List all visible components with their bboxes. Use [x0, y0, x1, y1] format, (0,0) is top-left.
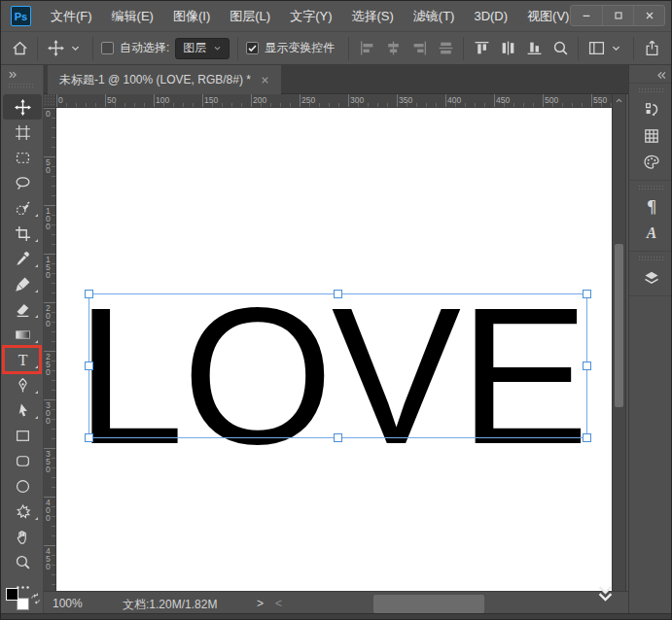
character-panel-icon[interactable]: A: [629, 220, 672, 246]
transform-handle-top-center[interactable]: [334, 290, 342, 298]
align-bottom-icon[interactable]: [524, 39, 544, 58]
transform-handle-top-right[interactable]: [583, 290, 591, 298]
swatches-icon[interactable]: [629, 122, 672, 149]
document-tab[interactable]: 未标题-1 @ 100% (LOVE, RGB/8#) *: [48, 65, 281, 94]
zoom-tool[interactable]: [3, 549, 42, 574]
window-bottom-edge: [1, 613, 671, 619]
ellipse-tool[interactable]: [3, 473, 42, 499]
type-tool[interactable]: T: [3, 347, 42, 372]
menu-item[interactable]: 图像(I): [163, 2, 220, 31]
maximize-icon[interactable]: [602, 6, 633, 25]
panel-gripper[interactable]: [638, 87, 664, 93]
menu-item[interactable]: 编辑(E): [102, 2, 163, 31]
move-tool[interactable]: [3, 94, 42, 120]
distribute-v-icon[interactable]: [436, 39, 455, 58]
transform-handle-middle-right[interactable]: [583, 362, 591, 370]
panel-group: [629, 87, 672, 181]
show-transform-checkbox[interactable]: [246, 42, 259, 54]
ruler-label: 1 5 0: [46, 254, 51, 279]
history-icon[interactable]: [629, 96, 672, 122]
transform-handle-bottom-left[interactable]: [85, 433, 93, 442]
auto-select-target-dropdown[interactable]: 图层: [175, 38, 230, 59]
menu-item[interactable]: 选择(S): [341, 2, 403, 31]
document-size-info: 文档:1.20M/1.82M: [123, 597, 217, 613]
zoom-level-field[interactable]: 100%: [53, 597, 83, 610]
close-icon[interactable]: [261, 76, 269, 85]
gradient-tool[interactable]: [3, 322, 42, 347]
artboard-tool[interactable]: [3, 120, 42, 145]
rounded-rectangle-tool[interactable]: [3, 448, 42, 473]
menu-item[interactable]: 滤镜(T): [404, 2, 465, 31]
transform-handle-bottom-center[interactable]: [334, 433, 342, 442]
vertical-scrollbar[interactable]: [612, 94, 626, 591]
transform-handle-top-left[interactable]: [85, 290, 93, 298]
crop-tool[interactable]: [3, 221, 42, 246]
chevron-down-icon: [213, 44, 222, 52]
double-chevron-down-icon[interactable]: [596, 584, 615, 603]
double-chevron-left-icon[interactable]: [656, 70, 667, 80]
workspace-icon[interactable]: [586, 39, 606, 58]
chevron-up-icon[interactable]: [615, 96, 623, 105]
vertical-ruler[interactable]: 05 01 0 01 5 02 0 02 5 03 0 03 5 04 0 04…: [44, 108, 56, 591]
document-canvas[interactable]: LOVE: [56, 108, 612, 591]
transform-bounding-box[interactable]: [88, 293, 587, 438]
align-top-icon[interactable]: [472, 39, 491, 58]
eyedropper-tool[interactable]: [3, 246, 42, 271]
brush-tool[interactable]: [3, 271, 42, 296]
rectangle-tool[interactable]: [3, 423, 42, 448]
menu-item[interactable]: 文字(Y): [280, 2, 341, 31]
home-icon[interactable]: [10, 39, 29, 58]
hand-tool[interactable]: [3, 524, 42, 549]
title-bar: Ps 文件(F)编辑(E)图像(I)图层(L)文字(Y)选择(S)滤镜(T)3D…: [1, 1, 671, 32]
move-icon[interactable]: [46, 39, 65, 58]
ruler-origin-box[interactable]: [44, 94, 56, 107]
transform-handle-bottom-right[interactable]: [583, 433, 591, 442]
ruler-label: 2 0 0: [46, 302, 51, 327]
paragraph-panel-icon[interactable]: ¶: [629, 193, 672, 220]
pen-tool[interactable]: [3, 372, 42, 397]
chevron-down-icon[interactable]: [65, 39, 85, 58]
eraser-tool[interactable]: [3, 296, 42, 322]
custom-shape-tool[interactable]: [3, 499, 42, 524]
foreground-color-swatch[interactable]: [6, 588, 18, 601]
dock-header: [629, 65, 672, 84]
auto-select-checkbox[interactable]: [101, 42, 114, 54]
distribute-h-icon[interactable]: [498, 39, 517, 58]
chevron-down-icon[interactable]: [606, 39, 625, 58]
window-controls: [570, 5, 665, 26]
color-palette-icon[interactable]: [629, 149, 672, 175]
align-center-h-icon[interactable]: [383, 39, 403, 58]
close-window-icon[interactable]: [633, 6, 664, 25]
panel-gripper[interactable]: [638, 256, 664, 261]
ellipse-icon: [15, 478, 31, 495]
search-icon[interactable]: [550, 39, 570, 58]
document-tab-bar: 未标题-1 @ 100% (LOVE, RGB/8#) *: [44, 65, 628, 94]
double-chevron-right-icon[interactable]: [8, 70, 18, 79]
color-swatches[interactable]: [6, 588, 31, 610]
align-left-icon[interactable]: [357, 39, 376, 58]
path-selection-tool[interactable]: [3, 397, 42, 423]
status-bar: 100% 文档:1.20M/1.82M > <: [44, 591, 628, 615]
menu-item[interactable]: 图层(L): [220, 2, 280, 31]
menu-item[interactable]: 文件(F): [41, 2, 102, 31]
horizontal-scrollbar-thumb[interactable]: [373, 595, 484, 613]
lasso-tool[interactable]: [3, 170, 42, 195]
arrange-icons-group: [472, 39, 570, 58]
vertical-scrollbar-thumb[interactable]: [615, 244, 623, 407]
swap-colors-icon[interactable]: [29, 593, 42, 606]
marquee-tool[interactable]: [3, 145, 42, 170]
panel-gripper[interactable]: [638, 185, 664, 190]
layers-panel-icon[interactable]: [629, 264, 672, 291]
share-icon[interactable]: [642, 39, 661, 58]
separator: [92, 37, 93, 60]
status-prev-chevron[interactable]: <: [275, 597, 282, 610]
quick-selection-tool[interactable]: [3, 195, 42, 221]
horizontal-ruler[interactable]: 050100150200250300350400450500550: [44, 94, 612, 108]
ruler-label: 1 0 0: [46, 205, 51, 230]
align-right-icon[interactable]: [409, 39, 429, 58]
status-next-chevron[interactable]: >: [257, 597, 264, 610]
minimize-icon[interactable]: [571, 6, 602, 25]
toolbar-gripper[interactable]: [8, 83, 34, 89]
transform-handle-middle-left[interactable]: [85, 362, 93, 370]
menu-item[interactable]: 3D(D): [464, 2, 517, 31]
